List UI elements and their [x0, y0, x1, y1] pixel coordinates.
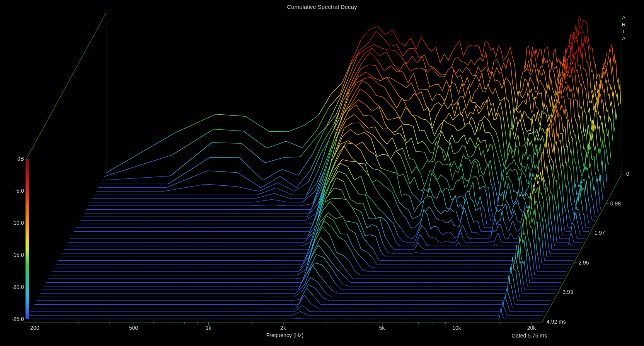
db-tick-label: -5.0: [0, 188, 24, 194]
arta-watermark: ARTA: [621, 15, 627, 42]
frequency-axis-title: Frequency (Hz): [266, 332, 303, 338]
db-tick-label: -25.0: [0, 316, 24, 322]
time-tick-label: 4.92 ms: [547, 319, 566, 325]
freq-tick-label: 10k: [452, 325, 461, 331]
db-tick-label: -15.0: [0, 252, 24, 258]
time-tick-label: 0: [626, 171, 629, 177]
freq-tick-label: 500: [129, 325, 138, 331]
gated-note: Gated 5.75 ms: [511, 332, 547, 339]
time-tick-label: 0.98: [610, 200, 621, 207]
time-tick-label: 3.93: [562, 289, 573, 295]
db-colorbar: [26, 159, 29, 319]
freq-tick-label: 20k: [527, 325, 536, 331]
db-tick-label: -20.0: [0, 284, 24, 290]
freq-tick-label: 2k: [280, 325, 286, 331]
time-tick-label: 1.97: [595, 230, 605, 236]
chart-title: Cumulative Spectral Decay: [0, 3, 644, 10]
csd-plot-window: Cumulative Spectral Decay ARTA dB-5.0-10…: [0, 0, 644, 346]
db-tick-label: -10.0: [0, 220, 24, 226]
time-tick-label: 2.95: [578, 260, 589, 266]
freq-tick-label: 200: [30, 325, 39, 331]
freq-tick-label: 1k: [206, 325, 211, 331]
freq-tick-label: 5k: [379, 325, 385, 331]
db-tick-label: dB: [0, 156, 24, 162]
waterfall-canvas: [0, 0, 644, 346]
